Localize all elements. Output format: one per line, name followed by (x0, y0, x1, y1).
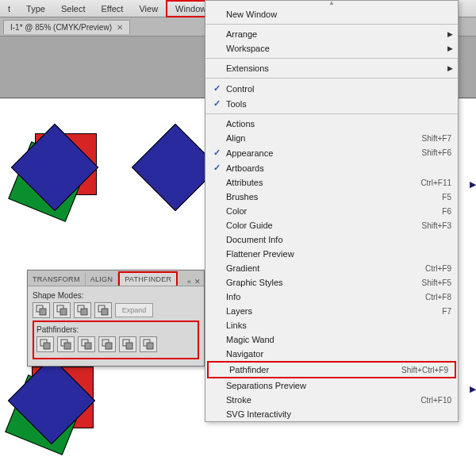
menu-item-actions[interactable]: Actions (205, 117, 458, 131)
minus-front-icon[interactable] (53, 302, 71, 318)
svg-rect-9 (44, 343, 50, 349)
exclude-icon[interactable] (94, 302, 112, 318)
menu-item-color[interactable]: ColorF6 (205, 204, 458, 218)
pathfinders-row (36, 336, 195, 352)
menu-item-artboards[interactable]: ✓Artboards (205, 160, 458, 175)
menu-item-svg-interactivity[interactable]: SVG Interactivity (205, 407, 458, 421)
menu-shortcut: F6 (442, 207, 451, 216)
panel-tabs: TRANSFORM ALIGN PATHFINDER « ✕ (28, 271, 204, 286)
document-tab-label: I-1* @ 85% (CMYK/Preview) (10, 23, 112, 32)
menu-separator (205, 78, 458, 79)
tab-align[interactable]: ALIGN (86, 273, 119, 286)
menu-item-label: Tools (225, 99, 451, 109)
menu-select[interactable]: Select (53, 2, 94, 16)
menu-shortcut: Shift+F3 (421, 221, 451, 230)
svg-rect-7 (102, 309, 108, 315)
divide-icon[interactable] (36, 336, 54, 352)
menu-item-graphic-styles[interactable]: Graphic StylesShift+F5 (205, 275, 458, 290)
menu-shortcut: Shift+F5 (421, 278, 451, 287)
menu-shortcut: F5 (442, 193, 451, 202)
menu-item-label: New Window (225, 10, 451, 19)
menu-item-label: Links (225, 321, 451, 330)
menu-item-label: Magic Wand (225, 335, 451, 344)
menu-item-stroke[interactable]: StrokeCtrl+F10 (205, 393, 458, 407)
svg-rect-1 (40, 309, 46, 315)
menu-item-info[interactable]: InfoCtrl+F8 (205, 290, 458, 304)
window-dropdown: ▲ New WindowArrange▶Workspace▶Extensions… (205, 0, 459, 422)
menu-shortcut: F7 (442, 307, 451, 316)
svg-rect-15 (106, 343, 112, 349)
menu-item-gradient[interactable]: GradientCtrl+F9 (205, 261, 458, 275)
svg-rect-17 (126, 343, 132, 349)
menu-item-pathfinder[interactable]: PathfinderShift+Ctrl+F9 (207, 361, 456, 378)
menu-item-layers[interactable]: LayersF7 (205, 304, 458, 318)
menu-grip-icon: ▲ (205, 1, 458, 7)
menu-item-label: Graphic Styles (225, 278, 421, 287)
menu-item-label: Attributes (225, 178, 420, 187)
trim-icon[interactable] (57, 336, 75, 352)
menu-item-workspace[interactable]: Workspace▶ (205, 41, 458, 56)
check-icon: ✓ (209, 163, 225, 173)
tab-pathfinder[interactable]: PATHFINDER (118, 271, 178, 286)
menu-item-arrange[interactable]: Arrange▶ (205, 27, 458, 41)
menu-item-appearance[interactable]: ✓AppearanceShift+F6 (205, 145, 458, 160)
menu-item-extensions[interactable]: Extensions▶ (205, 61, 458, 75)
crop-icon[interactable] (98, 336, 116, 352)
menu-item-label: Color Guide (225, 221, 421, 230)
menu-shortcut: Shift+F7 (421, 134, 451, 143)
menu-separator (205, 113, 458, 114)
menu-shortcut: Ctrl+F10 (420, 396, 451, 405)
outline-icon[interactable] (119, 336, 136, 352)
menu-item-label: Extensions (225, 63, 451, 73)
panel-collapse-icon[interactable]: « (187, 278, 191, 286)
menu-item-new-window[interactable]: New Window (205, 7, 458, 21)
menu-item-tools[interactable]: ✓Tools (205, 96, 458, 111)
pathfinders-label: Pathfinders: (36, 325, 195, 334)
menu-type[interactable]: Type (18, 2, 53, 16)
close-icon[interactable]: ✕ (117, 23, 123, 32)
unite-icon[interactable] (33, 302, 50, 318)
menu-item-attributes[interactable]: AttributesCtrl+F11 (205, 175, 458, 190)
menu-item-label: Appearance (225, 148, 421, 158)
menu-item-align[interactable]: AlignShift+F7 (205, 131, 458, 145)
check-icon: ✓ (209, 98, 225, 109)
menu-item-links[interactable]: Links (205, 318, 458, 332)
menu-item-document-info[interactable]: Document Info (205, 232, 458, 247)
shape-modes-row: Expand (33, 302, 199, 318)
minus-back-icon[interactable] (140, 336, 157, 352)
intersect-icon[interactable] (74, 302, 91, 318)
document-tab[interactable]: I-1* @ 85% (CMYK/Preview) ✕ (3, 20, 130, 34)
shape-group-1[interactable] (13, 129, 108, 224)
menu-item-magic-wand[interactable]: Magic Wand (205, 332, 458, 347)
menu-item-label: Layers (225, 306, 442, 316)
svg-rect-19 (147, 343, 153, 349)
menu-item-label: Control (225, 84, 451, 94)
svg-rect-11 (64, 343, 71, 349)
pathfinder-panel[interactable]: TRANSFORM ALIGN PATHFINDER « ✕ Shape Mod… (27, 270, 205, 367)
expand-button[interactable]: Expand (115, 303, 153, 317)
merge-icon[interactable] (78, 336, 95, 352)
menu-item-brushes[interactable]: BrushesF5 (205, 190, 458, 204)
menu-item-separations-preview[interactable]: Separations Preview (205, 378, 458, 393)
chevron-right-icon: ▶ (447, 44, 453, 52)
menu-shortcut: Shift+F6 (421, 148, 451, 157)
menu-item-label: Arrange (225, 29, 451, 39)
menu-item-flattener-preview[interactable]: Flattener Preview (205, 247, 458, 261)
menu-item[interactable]: t (0, 2, 18, 16)
panel-close-icon[interactable]: ✕ (194, 278, 201, 286)
menu-item-label: Gradient (225, 263, 425, 273)
menu-item-label: Flattener Preview (225, 249, 451, 259)
menu-item-label: Stroke (225, 395, 420, 405)
tab-transform[interactable]: TRANSFORM (28, 273, 86, 286)
menu-item-navigator[interactable]: Navigator (205, 347, 458, 361)
check-icon: ✓ (209, 83, 225, 94)
menu-item-label: Document Info (225, 235, 451, 244)
shape-group-3[interactable] (10, 362, 105, 457)
menu-shortcut: Shift+Ctrl+F9 (401, 366, 448, 374)
chevron-right-icon: ▶ (447, 64, 453, 72)
menu-view[interactable]: View (131, 2, 166, 16)
menu-effect[interactable]: Effect (94, 2, 132, 16)
menu-item-label: Align (225, 133, 421, 143)
menu-item-control[interactable]: ✓Control (205, 81, 458, 96)
menu-item-color-guide[interactable]: Color GuideShift+F3 (205, 218, 458, 232)
